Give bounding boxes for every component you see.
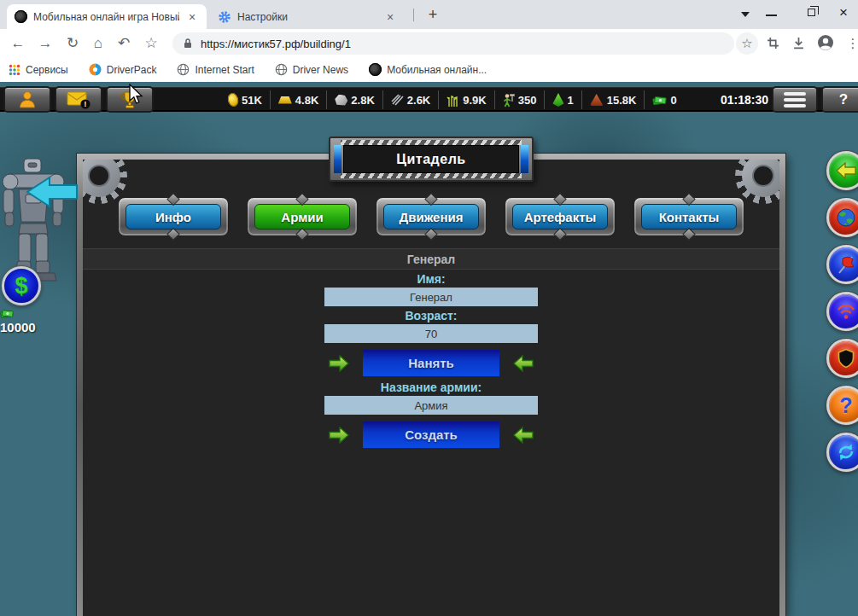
menu-dots-icon[interactable]: ⋮ — [843, 29, 858, 57]
tab-search-caret-icon[interactable] — [741, 12, 750, 17]
stone-icon — [335, 95, 347, 106]
hazard-stripes — [341, 173, 522, 178]
person-icon — [18, 90, 37, 108]
close-icon[interactable]: × — [383, 10, 397, 24]
side-refresh-button[interactable] — [826, 433, 858, 472]
mail-button[interactable]: ! — [55, 86, 102, 113]
side-world-button[interactable] — [826, 198, 858, 237]
money-button[interactable]: $ — [2, 266, 41, 305]
tab-title: Настройки — [237, 11, 377, 23]
restore-button[interactable] — [808, 9, 815, 16]
gear-decoration-icon — [735, 160, 779, 204]
bookmark-star-icon[interactable]: ☆ — [736, 32, 758, 55]
driverpack-logo-icon — [89, 63, 102, 76]
green-arrow-right-icon — [328, 355, 350, 372]
tab-armies[interactable]: Армии — [247, 197, 358, 236]
general-form: Имя: Возраст: Нанять Название армии: Соз… — [83, 270, 779, 450]
iron-rods-icon — [391, 94, 404, 106]
bookmark-driver-news[interactable]: Driver News — [275, 63, 348, 76]
resource-gems: 1 — [544, 90, 581, 109]
age-label: Возраст: — [405, 309, 457, 323]
globe-icon — [275, 63, 288, 76]
side-flag-button[interactable] — [826, 245, 858, 284]
minimize-button[interactable] — [766, 15, 777, 16]
bookmark-services[interactable]: Сервисы — [9, 64, 68, 76]
robot-character-image — [0, 155, 67, 285]
browser-toolbar: ← → ↻ ⌂ ↶ ☆ https://мистик57.рф/building… — [0, 29, 858, 57]
panel-title: Цитадель — [343, 145, 519, 173]
game-favicon — [15, 10, 27, 23]
side-help-button[interactable]: ? — [826, 386, 858, 425]
shield-icon — [837, 348, 855, 369]
resource-bar: 51K 4.8K 2.8K 2.6K 9.9K 350 1 15.8K 0 — [220, 88, 685, 112]
army-name-label: Название армии: — [381, 381, 482, 394]
resource-stone: 2.8K — [326, 90, 382, 109]
green-arrow-left-icon — [512, 355, 534, 372]
back-icon[interactable]: ← — [9, 29, 27, 57]
blue-glow-decoration — [334, 145, 341, 173]
star-extension-icon[interactable]: ☆ — [142, 29, 161, 57]
svg-text:!: ! — [85, 100, 87, 108]
reload-icon[interactable]: ↻ — [63, 29, 82, 57]
bookmark-internet-start[interactable]: Internet Start — [177, 63, 254, 76]
hire-button[interactable]: Нанять — [363, 350, 499, 376]
tab-contacts[interactable]: Контакты — [633, 197, 744, 236]
url-text[interactable]: https://мистик57.рф/building/1 — [201, 38, 351, 50]
pointer-arrow-icon — [26, 176, 79, 208]
side-signal-button[interactable] — [826, 292, 858, 331]
tab-movements[interactable]: Движения — [376, 197, 487, 236]
side-back-button[interactable] — [826, 151, 858, 190]
bookmark-driverpack[interactable]: DriverPack — [89, 63, 157, 76]
refresh-icon — [836, 442, 856, 462]
forward-icon[interactable]: → — [36, 29, 55, 57]
resource-clay: 15.8K — [581, 90, 645, 109]
home-icon[interactable]: ⌂ — [89, 29, 108, 57]
resource-population: 350 — [494, 90, 545, 109]
army-name-input[interactable] — [324, 396, 538, 415]
tab-artifacts[interactable]: Артефакты — [505, 197, 616, 236]
profile-button[interactable] — [3, 86, 51, 113]
panel-tab-row: Инфо Армии Движения Артефакты Контакты — [83, 197, 779, 236]
tab-settings[interactable]: Настройки × — [210, 4, 405, 29]
mail-icon: ! — [66, 90, 91, 110]
population-icon — [503, 93, 515, 108]
green-gem-icon — [552, 93, 563, 107]
game-viewport: ! 51K 4.8K 2.8K 2.6K — [0, 82, 858, 616]
address-bar[interactable]: https://мистик57.рф/building/1 — [172, 32, 734, 55]
age-input[interactable] — [324, 324, 538, 343]
create-button[interactable]: Создать — [363, 421, 499, 448]
wheat-icon — [447, 94, 459, 107]
close-icon[interactable]: × — [185, 10, 199, 24]
gold-coin-icon — [226, 92, 240, 108]
screenshot-crop-icon[interactable] — [767, 37, 779, 49]
download-icon[interactable] — [792, 37, 805, 49]
clay-icon — [590, 94, 604, 106]
game-favicon — [369, 63, 382, 76]
undo-extension-icon[interactable]: ↶ — [114, 29, 133, 57]
new-tab-button[interactable]: + — [422, 4, 444, 26]
profile-avatar-icon[interactable] — [817, 34, 834, 51]
game-help-button[interactable]: ? — [821, 86, 858, 113]
panel-title-plate: Цитадель — [329, 137, 534, 182]
back-arrow-icon — [835, 162, 857, 179]
question-icon: ? — [839, 393, 852, 418]
window-close-button[interactable]: × — [839, 4, 848, 21]
citadel-panel: Инфо Армии Движения Артефакты Контакты Г… — [77, 154, 785, 616]
globe-icon — [177, 63, 190, 76]
bookmark-game[interactable]: Мобильная онлайн... — [369, 63, 487, 76]
lock-icon — [183, 38, 193, 49]
side-defense-button[interactable] — [826, 339, 858, 378]
tab-info[interactable]: Инфо — [118, 197, 229, 236]
name-input[interactable] — [324, 288, 538, 306]
citadel-panel-body: Инфо Армии Движения Артефакты Контакты Г… — [83, 160, 779, 616]
game-menu-button[interactable] — [772, 86, 818, 113]
blue-glow-decoration — [521, 145, 528, 173]
tab-divider — [413, 9, 414, 21]
cash-icon — [0, 308, 14, 319]
settings-gear-icon — [218, 10, 231, 24]
tab-game[interactable]: Мобильная онлайн игра Новый × — [7, 4, 207, 29]
hamburger-icon — [784, 92, 806, 96]
apps-grid-icon — [9, 64, 20, 76]
game-clock: 01:18:30 — [712, 88, 768, 112]
bookmarks-bar: Сервисы DriverPack Internet Start Driver… — [0, 57, 858, 82]
